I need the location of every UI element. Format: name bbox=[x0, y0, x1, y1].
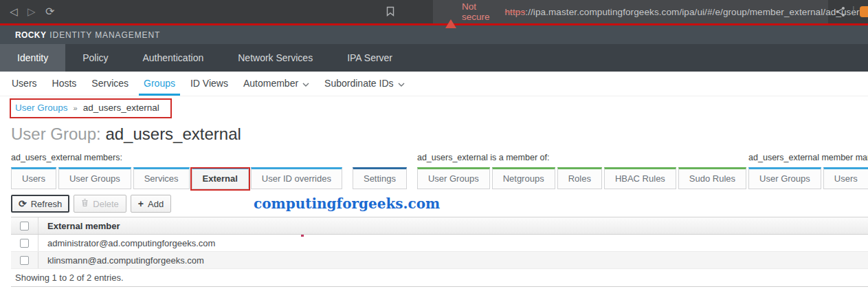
row-checkbox-cell bbox=[11, 252, 38, 268]
address-bar[interactable]: ! Not secure https://ipa.master.computin… bbox=[433, 0, 828, 23]
watermark-text: computingforgeeks.com bbox=[254, 195, 440, 212]
facet-tab-roles[interactable]: Roles bbox=[557, 167, 602, 189]
reload-icon[interactable]: ⟳ bbox=[45, 5, 54, 19]
column-header-external-member: External member bbox=[38, 217, 120, 234]
url-scheme-struck: https bbox=[505, 7, 526, 17]
url-rest: ://ipa.master.computingforgeeks.com/ipa/… bbox=[525, 7, 868, 17]
facet-tab-users[interactable]: Users bbox=[823, 167, 868, 189]
subnav-tab-services[interactable]: Services bbox=[84, 72, 136, 96]
forward-icon[interactable]: ▷ bbox=[27, 5, 36, 19]
annotation-box bbox=[190, 167, 250, 191]
facet-tab-user-id-overrides[interactable]: User ID overrides bbox=[251, 167, 342, 189]
external-members-table: External member administrator@ad.computi… bbox=[11, 217, 868, 287]
stray-red-dot bbox=[301, 235, 304, 237]
facet-tabs: Settings bbox=[353, 167, 409, 189]
facet-section-0: ad_users_external members:UsersUser Grou… bbox=[11, 153, 344, 189]
add-button[interactable]: + Add bbox=[131, 195, 171, 213]
row-checkbox[interactable] bbox=[20, 239, 29, 248]
bookmark-icon[interactable] bbox=[386, 6, 394, 19]
back-icon[interactable]: ◁ bbox=[10, 5, 18, 19]
table-summary: Showing 1 to 2 of 2 entries. bbox=[11, 269, 868, 287]
extension-icon[interactable] bbox=[860, 6, 868, 17]
delete-button[interactable]: Delete bbox=[74, 195, 126, 213]
chevron-down-icon bbox=[302, 72, 309, 96]
nav-tab-authentication[interactable]: Authentication bbox=[126, 44, 221, 72]
not-secure-label[interactable]: Not secure bbox=[462, 1, 490, 22]
page-title-group-name: ad_users_external bbox=[105, 125, 241, 143]
facet-tab-sudo-rules[interactable]: Sudo Rules bbox=[678, 167, 746, 189]
facet-tab-user-groups[interactable]: User Groups bbox=[417, 167, 490, 189]
table-row: administrator@ad.computingforgeeks.com bbox=[11, 235, 868, 252]
action-toolbar: ⟳ Refresh Delete + Add computingforgeeks… bbox=[11, 193, 868, 214]
subnav-tab-automember[interactable]: Automember bbox=[236, 72, 317, 96]
page-url[interactable]: https://ipa.master.computingforgeeks.com… bbox=[505, 7, 868, 17]
subnav-tab-groups[interactable]: Groups bbox=[136, 72, 183, 96]
nav-tab-policy[interactable]: Policy bbox=[65, 44, 125, 72]
subnav-tab-label: ID Views bbox=[190, 72, 228, 96]
refresh-button[interactable]: ⟳ Refresh bbox=[11, 195, 69, 213]
facet-tab-groups: ad_users_external members:UsersUser Grou… bbox=[11, 153, 868, 189]
sub-nav: UsersHostsServicesGroupsID ViewsAutomemb… bbox=[0, 72, 868, 96]
subnav-tab-users[interactable]: Users bbox=[4, 72, 45, 96]
plus-icon: + bbox=[138, 198, 144, 209]
table-header-row: External member bbox=[11, 217, 868, 235]
brand-subtitle: IDENTITY MANAGEMENT bbox=[49, 30, 160, 40]
facet-tab-user-groups[interactable]: User Groups bbox=[748, 167, 821, 189]
facet-section-3: ad_users_external member managers:User G… bbox=[748, 153, 868, 189]
facet-section-2: ad_users_external is a member of:User Gr… bbox=[417, 153, 748, 189]
content-area: User Groups » ad_users_external User Gro… bbox=[0, 96, 868, 287]
facet-group-label bbox=[353, 153, 409, 164]
nav-tab-ipa-server[interactable]: IPA Server bbox=[330, 44, 410, 72]
subnav-tab-subordinate-ids[interactable]: Subordinate IDs bbox=[317, 72, 412, 96]
breadcrumb-parent-link[interactable]: User Groups bbox=[15, 103, 68, 113]
subnav-tab-id-views[interactable]: ID Views bbox=[183, 72, 236, 96]
facet-tab-services[interactable]: Services bbox=[133, 167, 190, 189]
breadcrumb-separator: » bbox=[74, 104, 78, 112]
facet-tab-user-groups[interactable]: User Groups bbox=[58, 167, 131, 189]
nav-tab-network-services[interactable]: Network Services bbox=[221, 44, 330, 72]
subnav-tab-label: Services bbox=[91, 72, 129, 96]
facet-group-label: ad_users_external is a member of: bbox=[417, 153, 748, 164]
external-member-value: administrator@ad.computingforgeeks.com bbox=[38, 235, 215, 251]
select-all-checkbox[interactable] bbox=[20, 222, 29, 231]
breadcrumb-annotation-box: User Groups » ad_users_external bbox=[10, 98, 172, 118]
subnav-tab-label: Users bbox=[12, 72, 37, 96]
subnav-tab-label: Automember bbox=[243, 72, 298, 96]
facet-tabs: UsersUser GroupsServicesExternalUser ID … bbox=[11, 167, 344, 189]
main-nav: IdentityPolicyAuthenticationNetwork Serv… bbox=[0, 44, 868, 72]
subnav-tab-hosts[interactable]: Hosts bbox=[45, 72, 85, 96]
trash-icon bbox=[81, 198, 89, 209]
row-checkbox[interactable] bbox=[20, 256, 29, 265]
refresh-icon: ⟳ bbox=[19, 198, 27, 209]
page-title: User Group: ad_users_external bbox=[11, 124, 868, 144]
facet-group-label: ad_users_external members: bbox=[11, 153, 344, 164]
chevron-down-icon bbox=[398, 72, 405, 96]
brand-logo: ROCKY bbox=[15, 30, 46, 40]
facet-group-label: ad_users_external member managers: bbox=[748, 153, 868, 164]
subnav-tab-label: Hosts bbox=[52, 72, 77, 96]
subnav-tab-label: Subordinate IDs bbox=[324, 72, 393, 96]
facet-tab-settings[interactable]: Settings bbox=[353, 167, 407, 189]
external-member-value: klinsmann@ad.computingforgeeks.com bbox=[38, 252, 204, 268]
browser-toolbar: ◁ ▷ ⟳ ! Not secure https://ipa.master.co… bbox=[0, 0, 868, 23]
page-title-prefix: User Group: bbox=[11, 125, 105, 143]
table-row: klinsmann@ad.computingforgeeks.com bbox=[11, 252, 868, 269]
table-body: administrator@ad.computingforgeeks.comkl… bbox=[11, 235, 868, 269]
nav-tab-identity[interactable]: Identity bbox=[0, 44, 65, 72]
subnav-tab-label: Groups bbox=[144, 72, 175, 96]
share-icon[interactable] bbox=[835, 6, 846, 20]
toolbar-divider: | bbox=[852, 5, 855, 16]
row-checkbox-cell bbox=[11, 235, 38, 251]
facet-tab-users[interactable]: Users bbox=[11, 167, 56, 189]
breadcrumb-current: ad_users_external bbox=[83, 103, 159, 113]
facet-tab-netgroups[interactable]: Netgroups bbox=[492, 167, 555, 189]
facet-tab-hbac-rules[interactable]: HBAC Rules bbox=[604, 167, 676, 189]
facet-tabs: User GroupsUsers bbox=[748, 167, 868, 189]
facet-section-1: Settings bbox=[353, 153, 409, 189]
facet-tabs: User GroupsNetgroupsRolesHBAC RulesSudo … bbox=[417, 167, 748, 189]
header-checkbox-cell bbox=[11, 217, 38, 234]
masthead: ROCKY IDENTITY MANAGEMENT bbox=[0, 25, 868, 44]
warning-icon: ! bbox=[445, 8, 456, 17]
facet-tab-external[interactable]: External bbox=[192, 167, 249, 189]
